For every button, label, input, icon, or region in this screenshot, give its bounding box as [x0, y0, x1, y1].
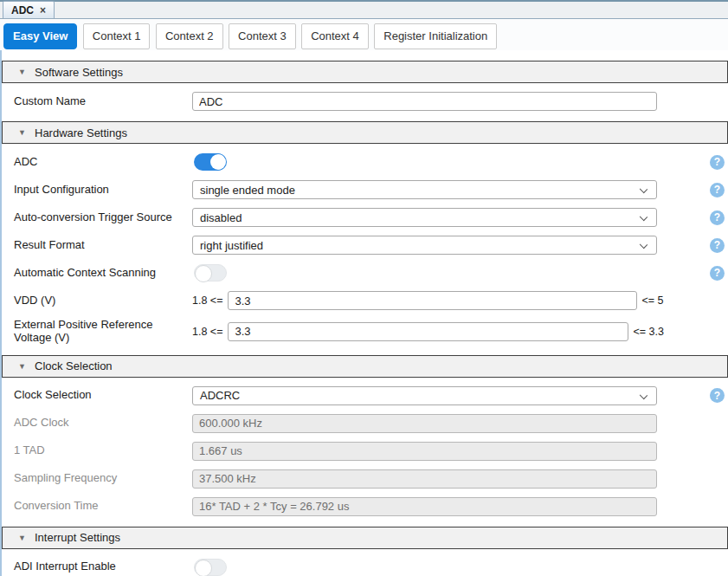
selected-value: right justified	[200, 239, 263, 252]
row-sampling-frequency: Sampling Frequency	[2, 469, 728, 489]
chevron-down-icon	[640, 241, 647, 249]
close-icon[interactable]: ×	[40, 4, 46, 16]
vdd-label: VDD (V)	[14, 294, 192, 307]
section-title: Clock Selection	[35, 359, 113, 372]
row-adi-interrupt: ADI Interrupt Enable	[2, 558, 728, 576]
document-tab-adc[interactable]: ADC ×	[3, 1, 55, 18]
clock-selection-select[interactable]: ADCRC	[192, 386, 657, 405]
adc-clock-label: ADC Clock	[14, 417, 192, 430]
trigger-source-select[interactable]: disabled	[192, 208, 657, 227]
adc-enable-label: ADC	[14, 156, 192, 169]
sampling-frequency-label: Sampling Frequency	[14, 472, 192, 485]
adc-enable-toggle[interactable]	[194, 153, 227, 171]
tab-context-2[interactable]: Context 2	[156, 23, 223, 49]
adi-interrupt-label: ADI Interrupt Enable	[14, 560, 192, 573]
tab-context-3[interactable]: Context 3	[229, 23, 296, 49]
vdd-min-text: 1.8 <=	[192, 294, 222, 307]
row-custom-name: Custom Name	[2, 92, 728, 111]
row-auto-context-scanning: Automatic Context Scanning ?	[2, 263, 728, 282]
section-header-clock-selection[interactable]: ▼ Clock Selection	[2, 355, 728, 378]
chevron-down-icon	[640, 392, 647, 399]
view-tab-strip: Easy View Context 1 Context 2 Context 3 …	[0, 19, 728, 50]
collapse-triangle-icon: ▼	[18, 68, 29, 76]
document-tab-title: ADC	[11, 4, 34, 16]
collapse-triangle-icon: ▼	[18, 128, 29, 137]
help-icon[interactable]: ?	[710, 210, 725, 225]
vdd-max-text: <= 5	[641, 294, 663, 307]
help-icon[interactable]: ?	[710, 238, 725, 253]
row-trigger-source: Auto-conversion Trigger Source disabled …	[2, 208, 728, 227]
row-vdd: VDD (V) 1.8 <= <= 5	[2, 291, 728, 310]
input-configuration-select[interactable]: single ended mode	[192, 180, 657, 199]
auto-context-scanning-toggle[interactable]	[194, 264, 227, 282]
one-tad-label: 1 TAD	[14, 444, 192, 457]
help-icon[interactable]: ?	[710, 155, 725, 170]
auto-context-scanning-label: Automatic Context Scanning	[14, 267, 192, 280]
conversion-time-label: Conversion Time	[14, 500, 192, 513]
help-icon[interactable]: ?	[710, 388, 725, 403]
ext-pos-ref-min-text: 1.8 <=	[192, 326, 222, 338]
selected-value: ADCRC	[200, 389, 240, 402]
one-tad-value	[192, 442, 657, 461]
tab-register-initialization[interactable]: Register Initialization	[374, 23, 497, 49]
row-adc-clock: ADC Clock	[2, 414, 728, 433]
custom-name-input[interactable]	[192, 92, 657, 111]
vdd-input[interactable]	[228, 291, 637, 310]
row-adc-enable: ADC ?	[2, 152, 728, 172]
section-header-interrupt-settings[interactable]: ▼ Interrupt Settings	[2, 527, 728, 549]
section-header-hardware-settings[interactable]: ▼ Hardware Settings	[2, 121, 728, 144]
custom-name-label: Custom Name	[14, 95, 192, 108]
adi-interrupt-toggle[interactable]	[194, 559, 227, 576]
result-format-label: Result Format	[14, 239, 192, 252]
adc-clock-value	[192, 414, 657, 433]
result-format-select[interactable]: right justified	[192, 236, 657, 255]
row-input-configuration: Input Configuration single ended mode ?	[2, 180, 728, 199]
tab-context-4[interactable]: Context 4	[301, 23, 369, 49]
row-clock-selection: Clock Selection ADCRC ?	[2, 386, 728, 405]
selected-value: disabled	[200, 211, 242, 224]
trigger-source-label: Auto-conversion Trigger Source	[14, 211, 192, 224]
ext-pos-ref-label: External Positive Reference Voltage (V)	[14, 319, 192, 345]
row-conversion-time: Conversion Time	[2, 497, 728, 516]
section-title: Interrupt Settings	[35, 531, 120, 544]
chevron-down-icon	[640, 185, 647, 193]
conversion-time-value	[192, 497, 657, 516]
document-tab-bar: ADC ×	[0, 0, 728, 19]
selected-value: single ended mode	[200, 184, 295, 197]
section-header-software-settings[interactable]: ▼ Software Settings	[2, 61, 728, 83]
help-icon[interactable]: ?	[710, 266, 725, 281]
row-ext-pos-ref: External Positive Reference Voltage (V) …	[2, 319, 728, 345]
collapse-triangle-icon: ▼	[18, 362, 29, 371]
section-title: Hardware Settings	[35, 126, 127, 139]
ext-pos-ref-max-text: <= 3.3	[633, 326, 663, 338]
row-result-format: Result Format right justified ?	[2, 236, 728, 255]
input-configuration-label: Input Configuration	[14, 184, 192, 197]
tab-context-1[interactable]: Context 1	[83, 23, 151, 49]
section-title: Software Settings	[35, 66, 123, 79]
row-one-tad: 1 TAD	[2, 442, 728, 461]
tab-easy-view[interactable]: Easy View	[3, 23, 77, 49]
clock-selection-label: Clock Selection	[14, 389, 192, 402]
help-icon[interactable]: ?	[710, 183, 725, 197]
collapse-triangle-icon: ▼	[18, 534, 29, 542]
chevron-down-icon	[640, 213, 647, 221]
easy-view-panel: ▼ Software Settings Custom Name ▼ Hardwa…	[0, 50, 728, 576]
ext-pos-ref-input[interactable]	[228, 322, 628, 341]
sampling-frequency-value	[192, 469, 657, 489]
